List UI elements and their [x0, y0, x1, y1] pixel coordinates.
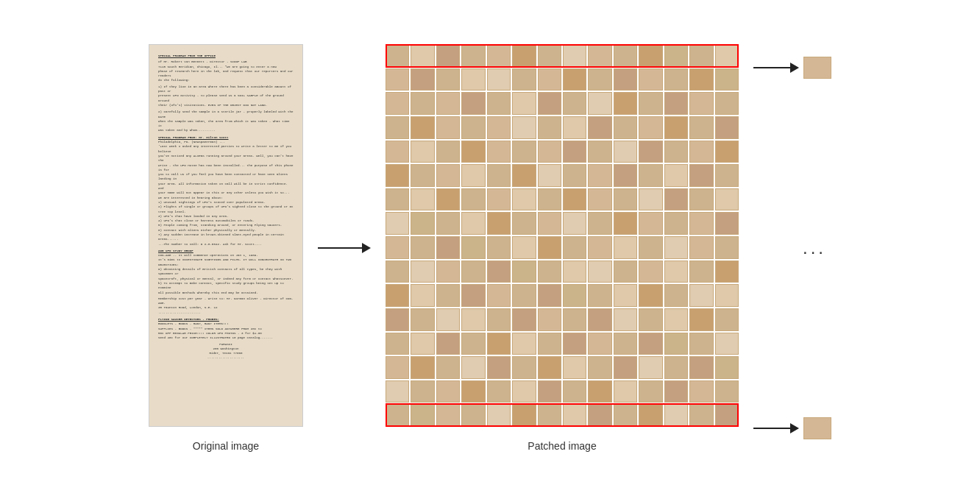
- patch-cell: [436, 68, 460, 91]
- patch-cell: [436, 380, 460, 403]
- patch-cell: [436, 164, 460, 187]
- patch-cell: [689, 188, 713, 211]
- patch-cell: [461, 44, 485, 67]
- patch-cell: [639, 68, 662, 91]
- patch-cell: [563, 44, 586, 67]
- patch-cell: [563, 261, 586, 283]
- patch-cell: [563, 212, 586, 235]
- patch-cell: [588, 356, 611, 379]
- patch-cell: [386, 68, 409, 91]
- patch-cell: [487, 380, 511, 403]
- patch-cell: [487, 356, 511, 379]
- patch-cell: [689, 333, 713, 355]
- patch-cell: [487, 212, 511, 235]
- patch-cell: [588, 164, 611, 187]
- patch-cell: [436, 356, 460, 379]
- patch-cell: [715, 261, 739, 283]
- patch-cell: [386, 284, 409, 307]
- patch-cell: [689, 164, 713, 187]
- patch-cell: [411, 356, 434, 379]
- patch-cell: [689, 212, 713, 235]
- original-section: SPECIAL PROGRAM FROM THE OFFICE of Mr. R…: [149, 44, 303, 452]
- patch-cell: [614, 92, 637, 115]
- patch-cell: [563, 333, 586, 355]
- patched-label: Patched image: [528, 440, 596, 452]
- patch-cell: [436, 404, 460, 427]
- patch-cell: [664, 212, 688, 235]
- patch-cell: [639, 116, 662, 139]
- patch-cell: [411, 284, 434, 307]
- patch-cell: [538, 141, 561, 163]
- patch-cell: [664, 236, 688, 259]
- patch-cell: [512, 116, 536, 139]
- patch-cell: [411, 116, 434, 139]
- patch-cell: [588, 261, 611, 283]
- patch-cell: [512, 380, 536, 403]
- patch-cell: [689, 92, 713, 115]
- pooled-square-top: [803, 57, 831, 79]
- patch-cell: [487, 92, 511, 115]
- patch-cell: [689, 68, 713, 91]
- patch-cell: [411, 68, 434, 91]
- patch-cell: [512, 212, 536, 235]
- patch-cell: [512, 92, 536, 115]
- patch-cell: [614, 188, 637, 211]
- patch-cell: [386, 141, 409, 163]
- patch-cell: [461, 308, 485, 331]
- patch-cell: [512, 188, 536, 211]
- patch-cell: [386, 261, 409, 283]
- patch-cell: [563, 380, 586, 403]
- patch-cell: [715, 164, 739, 187]
- patch-cell: [588, 380, 611, 403]
- patch-cell: [563, 68, 586, 91]
- arrow-line-bottom: [753, 428, 790, 429]
- patch-cell: [411, 188, 434, 211]
- patch-cell: [411, 261, 434, 283]
- patch-cell: [664, 404, 688, 427]
- patch-cell: [411, 141, 434, 163]
- patch-cell: [614, 141, 637, 163]
- patch-cell: [461, 68, 485, 91]
- patch-cell: [715, 68, 739, 91]
- patch-cell: [563, 164, 586, 187]
- patch-cell: [538, 116, 561, 139]
- patch-cell: [639, 44, 662, 67]
- patch-cell: [664, 68, 688, 91]
- patch-cell: [386, 380, 409, 403]
- patch-cell: [614, 164, 637, 187]
- patch-cell: [411, 308, 434, 331]
- patch-cell: [512, 236, 536, 259]
- patch-cell: [715, 188, 739, 211]
- patch-cell: [461, 284, 485, 307]
- patch-cell: [386, 404, 409, 427]
- patch-cell: [461, 261, 485, 283]
- patch-cell: [639, 212, 662, 235]
- pooled-bottom-row: [753, 417, 831, 439]
- patched-grid-container: [386, 44, 739, 427]
- patch-cell: [588, 92, 611, 115]
- patch-cell: [664, 164, 688, 187]
- arrow-bottom: [753, 423, 799, 433]
- patch-cell: [689, 141, 713, 163]
- patch-cell: [512, 261, 536, 283]
- patch-cell: [689, 284, 713, 307]
- patch-cell: [588, 333, 611, 355]
- patch-cell: [588, 68, 611, 91]
- patch-cell: [538, 308, 561, 331]
- patch-cell: [689, 404, 713, 427]
- patch-cell: [487, 308, 511, 331]
- patch-cell: [386, 236, 409, 259]
- patch-cell: [563, 404, 586, 427]
- patched-grid: [386, 44, 739, 427]
- patch-cell: [563, 92, 586, 115]
- patch-cell: [512, 68, 536, 91]
- patch-cell: [588, 404, 611, 427]
- arrow-1: [318, 243, 371, 253]
- patch-cell: [386, 92, 409, 115]
- patch-cell: [538, 236, 561, 259]
- patch-cell: [538, 261, 561, 283]
- dots-indicator: ...: [803, 238, 826, 258]
- patch-cell: [639, 188, 662, 211]
- patch-cell: [538, 380, 561, 403]
- patch-cell: [614, 261, 637, 283]
